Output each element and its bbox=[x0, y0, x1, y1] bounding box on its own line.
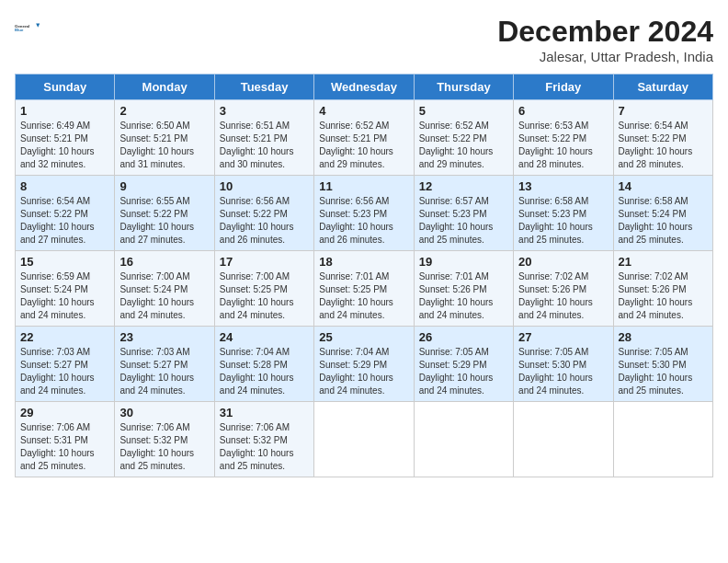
table-row: 5 Sunrise: 6:52 AM Sunset: 5:22 PM Dayli… bbox=[414, 100, 513, 176]
svg-text:Blue: Blue bbox=[15, 28, 24, 32]
table-row: 21 Sunrise: 7:02 AM Sunset: 5:26 PM Dayl… bbox=[613, 251, 712, 327]
table-row: 16 Sunrise: 7:00 AM Sunset: 5:24 PM Dayl… bbox=[115, 251, 214, 327]
day-number: 7 bbox=[619, 104, 708, 118]
calendar-header-row: Sunday Monday Tuesday Wednesday Thursday… bbox=[16, 75, 713, 100]
header-thursday: Thursday bbox=[414, 75, 513, 100]
calendar-table: Sunday Monday Tuesday Wednesday Thursday… bbox=[15, 74, 713, 477]
day-number: 20 bbox=[518, 255, 608, 269]
table-row: 4 Sunrise: 6:52 AM Sunset: 5:21 PM Dayli… bbox=[314, 100, 414, 176]
day-number: 24 bbox=[220, 330, 309, 344]
table-row: 25 Sunrise: 7:04 AM Sunset: 5:29 PM Dayl… bbox=[314, 327, 414, 402]
day-number: 19 bbox=[419, 255, 508, 269]
table-row: 13 Sunrise: 6:58 AM Sunset: 5:23 PM Dayl… bbox=[514, 176, 613, 251]
calendar-title: December 2024 bbox=[497, 15, 713, 49]
day-info: Sunrise: 7:06 AM Sunset: 5:32 PM Dayligh… bbox=[220, 421, 309, 473]
day-info: Sunrise: 7:02 AM Sunset: 5:26 PM Dayligh… bbox=[518, 270, 608, 322]
page-header: GeneralBlue December 2024 Jalesar, Uttar… bbox=[15, 15, 713, 64]
header-saturday: Saturday bbox=[613, 75, 712, 100]
day-number: 27 bbox=[518, 330, 608, 344]
day-info: Sunrise: 6:58 AM Sunset: 5:24 PM Dayligh… bbox=[619, 195, 708, 247]
table-row: 12 Sunrise: 6:57 AM Sunset: 5:23 PM Dayl… bbox=[414, 176, 513, 251]
day-number: 18 bbox=[319, 255, 408, 269]
day-number: 8 bbox=[20, 179, 109, 193]
day-info: Sunrise: 6:51 AM Sunset: 5:21 PM Dayligh… bbox=[220, 120, 309, 171]
day-info: Sunrise: 7:02 AM Sunset: 5:26 PM Dayligh… bbox=[619, 270, 708, 322]
day-info: Sunrise: 6:59 AM Sunset: 5:24 PM Dayligh… bbox=[20, 270, 109, 322]
table-row: 28 Sunrise: 7:05 AM Sunset: 5:30 PM Dayl… bbox=[613, 327, 712, 402]
table-row: 26 Sunrise: 7:05 AM Sunset: 5:29 PM Dayl… bbox=[414, 327, 513, 402]
table-row: 7 Sunrise: 6:54 AM Sunset: 5:22 PM Dayli… bbox=[613, 100, 712, 176]
calendar-subtitle: Jalesar, Uttar Pradesh, India bbox=[497, 49, 713, 64]
table-row: 23 Sunrise: 7:03 AM Sunset: 5:27 PM Dayl… bbox=[115, 327, 214, 402]
table-row: 8 Sunrise: 6:54 AM Sunset: 5:22 PM Dayli… bbox=[16, 176, 115, 251]
header-friday: Friday bbox=[514, 75, 613, 100]
day-number: 23 bbox=[119, 330, 209, 344]
svg-text:General: General bbox=[15, 24, 29, 29]
day-info: Sunrise: 6:50 AM Sunset: 5:21 PM Dayligh… bbox=[119, 120, 209, 171]
table-row: 22 Sunrise: 7:03 AM Sunset: 5:27 PM Dayl… bbox=[16, 327, 115, 402]
calendar-week-row: 15 Sunrise: 6:59 AM Sunset: 5:24 PM Dayl… bbox=[16, 251, 713, 327]
table-row: 18 Sunrise: 7:01 AM Sunset: 5:25 PM Dayl… bbox=[314, 251, 414, 327]
table-row: 1 Sunrise: 6:49 AM Sunset: 5:21 PM Dayli… bbox=[16, 100, 115, 176]
day-number: 1 bbox=[20, 104, 109, 118]
day-number: 22 bbox=[20, 330, 109, 344]
day-number: 21 bbox=[619, 255, 708, 269]
day-number: 5 bbox=[419, 104, 508, 118]
day-info: Sunrise: 7:04 AM Sunset: 5:28 PM Dayligh… bbox=[220, 346, 309, 397]
table-row: 9 Sunrise: 6:55 AM Sunset: 5:22 PM Dayli… bbox=[115, 176, 214, 251]
day-number: 2 bbox=[119, 104, 209, 118]
table-row: 15 Sunrise: 6:59 AM Sunset: 5:24 PM Dayl… bbox=[16, 251, 115, 327]
day-info: Sunrise: 7:03 AM Sunset: 5:27 PM Dayligh… bbox=[119, 346, 209, 397]
calendar-week-row: 8 Sunrise: 6:54 AM Sunset: 5:22 PM Dayli… bbox=[16, 176, 713, 251]
table-row: 6 Sunrise: 6:53 AM Sunset: 5:22 PM Dayli… bbox=[514, 100, 613, 176]
day-info: Sunrise: 6:57 AM Sunset: 5:23 PM Dayligh… bbox=[419, 195, 508, 247]
calendar-week-row: 22 Sunrise: 7:03 AM Sunset: 5:27 PM Dayl… bbox=[16, 327, 713, 402]
svg-marker-2 bbox=[36, 23, 40, 27]
title-area: December 2024 Jalesar, Uttar Pradesh, In… bbox=[497, 15, 713, 64]
day-info: Sunrise: 6:54 AM Sunset: 5:22 PM Dayligh… bbox=[20, 195, 109, 247]
table-row: 19 Sunrise: 7:01 AM Sunset: 5:26 PM Dayl… bbox=[414, 251, 513, 327]
day-info: Sunrise: 7:05 AM Sunset: 5:30 PM Dayligh… bbox=[619, 346, 708, 397]
day-info: Sunrise: 6:54 AM Sunset: 5:22 PM Dayligh… bbox=[619, 120, 708, 171]
table-row: 14 Sunrise: 6:58 AM Sunset: 5:24 PM Dayl… bbox=[613, 176, 712, 251]
header-wednesday: Wednesday bbox=[314, 75, 414, 100]
day-info: Sunrise: 7:06 AM Sunset: 5:31 PM Dayligh… bbox=[20, 421, 109, 473]
day-number: 11 bbox=[319, 179, 408, 193]
day-info: Sunrise: 6:49 AM Sunset: 5:21 PM Dayligh… bbox=[20, 120, 109, 171]
header-tuesday: Tuesday bbox=[214, 75, 313, 100]
day-number: 30 bbox=[119, 406, 209, 419]
day-number: 13 bbox=[518, 179, 608, 193]
day-info: Sunrise: 6:53 AM Sunset: 5:22 PM Dayligh… bbox=[518, 120, 608, 171]
table-row: 31 Sunrise: 7:06 AM Sunset: 5:32 PM Dayl… bbox=[214, 402, 313, 477]
day-number: 31 bbox=[220, 406, 309, 419]
day-info: Sunrise: 7:03 AM Sunset: 5:27 PM Dayligh… bbox=[20, 346, 109, 397]
header-sunday: Sunday bbox=[16, 75, 115, 100]
day-number: 17 bbox=[220, 255, 309, 269]
table-row: 17 Sunrise: 7:00 AM Sunset: 5:25 PM Dayl… bbox=[214, 251, 313, 327]
day-number: 25 bbox=[319, 330, 408, 344]
day-info: Sunrise: 6:52 AM Sunset: 5:22 PM Dayligh… bbox=[419, 120, 508, 171]
day-info: Sunrise: 6:56 AM Sunset: 5:22 PM Dayligh… bbox=[220, 195, 309, 247]
day-info: Sunrise: 7:05 AM Sunset: 5:29 PM Dayligh… bbox=[419, 346, 508, 397]
day-number: 29 bbox=[20, 406, 109, 419]
day-number: 12 bbox=[419, 179, 508, 193]
day-info: Sunrise: 7:00 AM Sunset: 5:24 PM Dayligh… bbox=[119, 270, 209, 322]
logo-icon: GeneralBlue bbox=[15, 15, 42, 42]
day-info: Sunrise: 7:01 AM Sunset: 5:25 PM Dayligh… bbox=[319, 270, 408, 322]
day-number: 16 bbox=[119, 255, 209, 269]
table-row bbox=[613, 402, 712, 477]
day-info: Sunrise: 6:55 AM Sunset: 5:22 PM Dayligh… bbox=[119, 195, 209, 247]
table-row: 2 Sunrise: 6:50 AM Sunset: 5:21 PM Dayli… bbox=[115, 100, 214, 176]
table-row: 3 Sunrise: 6:51 AM Sunset: 5:21 PM Dayli… bbox=[214, 100, 313, 176]
table-row: 27 Sunrise: 7:05 AM Sunset: 5:30 PM Dayl… bbox=[514, 327, 613, 402]
day-info: Sunrise: 7:01 AM Sunset: 5:26 PM Dayligh… bbox=[419, 270, 508, 322]
table-row: 20 Sunrise: 7:02 AM Sunset: 5:26 PM Dayl… bbox=[514, 251, 613, 327]
header-monday: Monday bbox=[115, 75, 214, 100]
day-number: 15 bbox=[20, 255, 109, 269]
day-info: Sunrise: 7:06 AM Sunset: 5:32 PM Dayligh… bbox=[119, 421, 209, 473]
day-info: Sunrise: 6:58 AM Sunset: 5:23 PM Dayligh… bbox=[518, 195, 608, 247]
day-number: 3 bbox=[220, 104, 309, 118]
logo: GeneralBlue bbox=[15, 15, 42, 42]
day-number: 28 bbox=[619, 330, 708, 344]
day-info: Sunrise: 7:04 AM Sunset: 5:29 PM Dayligh… bbox=[319, 346, 408, 397]
